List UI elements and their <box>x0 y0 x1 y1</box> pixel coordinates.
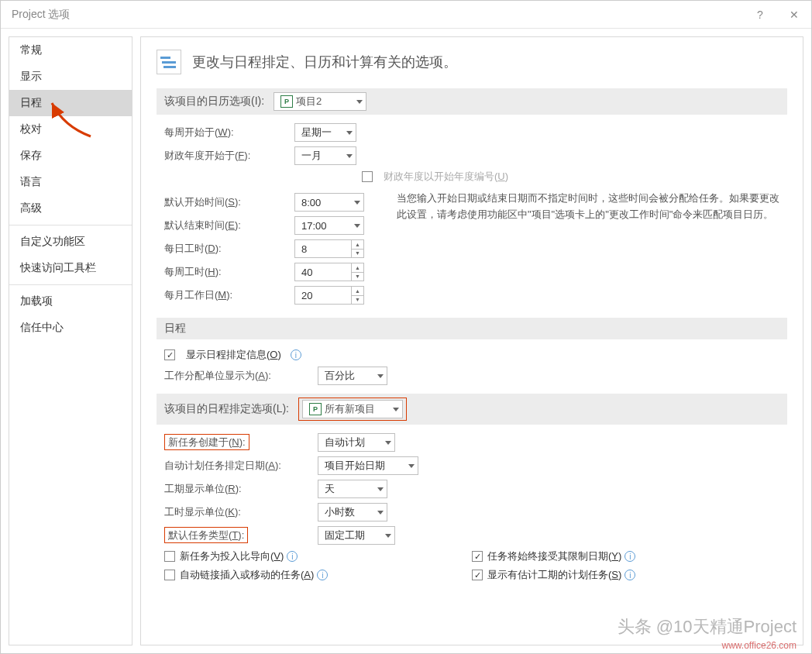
chevron-down-icon <box>354 224 360 228</box>
project-select[interactable]: 项目2 <box>274 92 366 111</box>
sidebar-item-general[interactable]: 常规 <box>9 37 132 64</box>
info-icon[interactable]: i <box>317 570 328 580</box>
show-messages-checkbox[interactable] <box>164 349 175 360</box>
chevron-down-icon <box>346 154 353 158</box>
sidebar-separator <box>9 225 132 225</box>
info-icon[interactable]: i <box>287 551 298 562</box>
week-start-select[interactable]: 星期一 <box>294 123 356 142</box>
task-type-value: 固定工期 <box>325 528 380 542</box>
effort-driven-label: 新任务为投入比导向(V) <box>180 549 284 563</box>
task-type-select[interactable]: 固定工期 <box>318 526 395 545</box>
fiscal-start-select[interactable]: 一月 <box>294 146 356 165</box>
autolink-label: 自动链接插入或移动的任务(A) <box>180 568 314 582</box>
fiscal-start-value: 一月 <box>301 149 342 163</box>
spin-down-icon[interactable]: ▼ <box>352 296 363 305</box>
week-start-value: 星期一 <box>301 126 342 139</box>
info-icon[interactable]: i <box>624 551 635 562</box>
chevron-down-icon <box>346 131 353 135</box>
chevron-down-icon <box>356 100 363 104</box>
chevron-down-icon <box>408 464 415 468</box>
task-type-label: 默认任务类型(T): <box>164 528 311 542</box>
work-unit-select[interactable]: 小时数 <box>318 503 387 521</box>
chevron-down-icon <box>377 487 384 491</box>
sidebar-item-ribbon[interactable]: 自定义功能区 <box>9 229 132 255</box>
work-unit-value: 小时数 <box>325 505 373 519</box>
new-tasks-select[interactable]: 自动计划 <box>318 433 395 452</box>
group-scheduling-options: 该项目的日程排定选项(L): 所有新项目 <box>157 394 787 425</box>
sidebar-item-language[interactable]: 语言 <box>9 169 132 195</box>
new-tasks-label: 新任务创建于(N): <box>164 435 311 449</box>
honor-constraints-label: 任务将始终接受其限制日期(Y) <box>487 549 621 563</box>
sidebar-item-trust[interactable]: 信任中心 <box>9 315 132 341</box>
sidebar-separator <box>9 284 132 285</box>
sidebar-item-save[interactable]: 保存 <box>9 143 132 169</box>
fiscal-start-label: 财政年度开始于(F): <box>164 149 288 163</box>
auto-sched-select[interactable]: 项目开始日期 <box>318 456 418 475</box>
spin-up-icon[interactable]: ▲ <box>352 240 363 250</box>
hours-day-spinner[interactable]: 8 ▲▼ <box>294 239 364 258</box>
sidebar-item-advanced[interactable]: 高级 <box>9 195 132 222</box>
project-icon <box>309 403 322 415</box>
chevron-down-icon <box>377 374 384 378</box>
fiscal-numbering-checkbox[interactable] <box>362 171 373 182</box>
info-icon[interactable]: i <box>624 570 635 580</box>
info-icon[interactable]: i <box>291 349 301 360</box>
default-end-label: 默认结束时间(E): <box>164 219 288 232</box>
assignment-units-value: 百分比 <box>325 369 373 383</box>
spin-up-icon[interactable]: ▲ <box>352 263 363 273</box>
group-calendar-options: 该项目的日历选项(I): 项目2 <box>157 88 787 115</box>
chevron-down-icon <box>354 201 360 205</box>
effort-driven-checkbox[interactable] <box>164 551 175 562</box>
honor-constraints-checkbox[interactable] <box>472 551 483 562</box>
sidebar-item-proof[interactable]: 校对 <box>9 116 132 143</box>
duration-unit-value: 天 <box>325 482 373 496</box>
schedule-project-select[interactable]: 所有新项目 <box>302 400 403 418</box>
help-button[interactable]: ? <box>743 1 777 29</box>
autolink-checkbox[interactable] <box>164 570 175 580</box>
default-start-select[interactable]: 8:00 <box>294 193 364 212</box>
window-title: Project 选项 <box>12 8 743 22</box>
auto-sched-label: 自动计划任务排定日期(A): <box>164 459 311 473</box>
highlight-box: 所有新项目 <box>298 398 407 421</box>
spin-down-icon[interactable]: ▼ <box>352 273 363 281</box>
hours-week-value: 40 <box>295 263 351 281</box>
work-unit-label: 工时显示单位(K): <box>164 505 311 519</box>
duration-unit-select[interactable]: 天 <box>318 480 387 498</box>
section-title: 更改与日程排定、日历和计算有关的选项。 <box>192 53 457 71</box>
auto-sched-value: 项目开始日期 <box>325 459 404 473</box>
sidebar-item-schedule[interactable]: 日程 <box>9 90 132 116</box>
hours-day-value: 8 <box>295 240 351 257</box>
chevron-down-icon <box>385 534 391 538</box>
sidebar-item-qat[interactable]: 快速访问工具栏 <box>9 255 132 281</box>
spin-up-icon[interactable]: ▲ <box>352 287 363 296</box>
assignment-units-label: 工作分配单位显示为(A): <box>164 369 311 383</box>
default-start-label: 默认开始时间(S): <box>164 195 288 209</box>
week-start-label: 每周开始于(W): <box>164 126 288 139</box>
show-estimated-label: 显示有估计工期的计划任务(S) <box>487 568 621 582</box>
spin-down-icon[interactable]: ▼ <box>352 250 363 258</box>
new-tasks-value: 自动计划 <box>325 435 380 449</box>
chevron-down-icon <box>377 511 384 515</box>
hours-week-label: 每周工时(H): <box>164 265 288 279</box>
schedule-project-value: 所有新项目 <box>325 402 388 416</box>
close-button[interactable]: ✕ <box>777 1 811 29</box>
group-label: 该项目的日历选项(I): <box>164 95 264 108</box>
days-month-value: 20 <box>295 287 351 304</box>
calendar-note: 当您输入开始日期或结束日期而不指定时间时，这些时间会被分配给任务。如果要更改此设… <box>397 191 779 223</box>
show-estimated-checkbox[interactable] <box>472 570 483 580</box>
hours-week-spinner[interactable]: 40 ▲▼ <box>294 263 364 281</box>
duration-unit-label: 工期显示单位(R): <box>164 482 311 496</box>
chevron-down-icon <box>393 408 399 411</box>
days-month-spinner[interactable]: 20 ▲▼ <box>294 286 364 305</box>
sidebar-item-display[interactable]: 显示 <box>9 64 132 90</box>
default-end-select[interactable]: 17:00 <box>294 216 364 235</box>
fiscal-numbering-label: 财政年度以开始年度编号(U) <box>384 170 508 184</box>
group-label: 该项目的日程排定选项(L): <box>164 402 289 416</box>
sidebar-item-addins[interactable]: 加载项 <box>9 288 132 315</box>
gantt-icon <box>157 50 181 74</box>
assignment-units-select[interactable]: 百分比 <box>318 367 387 385</box>
titlebar: Project 选项 ? ✕ <box>1 1 811 29</box>
group-label: 日程 <box>164 322 186 336</box>
content-pane: 更改与日程排定、日历和计算有关的选项。 该项目的日历选项(I): 项目2 每周开… <box>140 36 803 645</box>
show-messages-label: 显示日程排定信息(O) <box>186 348 281 362</box>
